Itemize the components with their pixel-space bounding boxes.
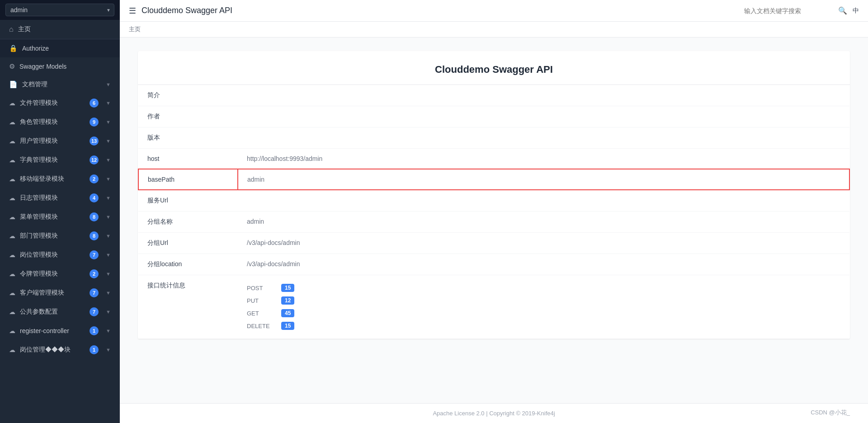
module-label: 部门管理模块 <box>20 232 85 240</box>
stats-row-put: PUT 12 <box>247 294 840 307</box>
cloud-icon: ☁ <box>9 308 15 315</box>
module-label: 字典管理模块 <box>20 156 85 164</box>
sidebar-swagger-label: Swagger Models <box>19 63 66 70</box>
cloud-icon: ☁ <box>9 251 15 258</box>
info-row-group-location: 分组location/v3/api-docs/admin <box>138 254 849 275</box>
cloud-icon: ☁ <box>9 289 15 296</box>
stats-method-label: PUT <box>247 297 274 304</box>
header-search: 🔍 <box>744 6 847 15</box>
cloud-icon: ☁ <box>9 327 15 334</box>
module-label: 用户管理模块 <box>20 137 85 145</box>
module-label: register-controller <box>20 327 85 334</box>
stats-badge-delete: 15 <box>281 322 294 330</box>
module-label: 令牌管理模块 <box>20 270 85 278</box>
sidebar-item-position2-module[interactable]: ☁ 岗位管理◆◆◆块 1 ▼ <box>0 340 120 359</box>
info-label-api-stats: 接口统计信息 <box>138 275 238 339</box>
chevron-down-icon: ▼ <box>106 328 111 334</box>
cloud-icon: ☁ <box>9 99 15 107</box>
module-label: 客户端管理模块 <box>20 289 85 297</box>
cloud-icon: ☁ <box>9 270 15 277</box>
header-title: Clouddemo Swagger API <box>142 6 739 15</box>
sidebar-item-user-module[interactable]: ☁ 用户管理模块 13 ▼ <box>0 132 120 150</box>
chevron-down-icon: ▼ <box>106 138 111 144</box>
chevron-down-icon: ▼ <box>106 82 111 87</box>
sidebar-item-swagger-models[interactable]: ⚙ Swagger Models <box>0 57 120 75</box>
sidebar-item-client-module[interactable]: ☁ 客户端管理模块 7 ▼ <box>0 283 120 302</box>
sidebar-item-mobile-module[interactable]: ☁ 移动端登录模块 2 ▼ <box>0 169 120 188</box>
chevron-down-icon: ▼ <box>106 347 111 352</box>
chevron-down-icon: ▼ <box>106 271 111 277</box>
cloud-icon: ☁ <box>9 194 15 202</box>
sidebar-item-home[interactable]: ⌂ 主页 <box>0 20 120 39</box>
sidebar-item-doc-manage[interactable]: 📄 文档管理 ▼ <box>0 75 120 94</box>
sidebar-item-dept-module[interactable]: ☁ 部门管理模块 8 ▼ <box>0 226 120 245</box>
chevron-down-icon: ▼ <box>106 176 111 182</box>
sidebar-item-menu-module[interactable]: ☁ 菜单管理模块 8 ▼ <box>0 207 120 226</box>
cloud-icon: ☁ <box>9 175 15 183</box>
module-label: 移动端登录模块 <box>20 175 85 183</box>
sidebar-select[interactable]: admin <box>5 4 114 16</box>
module-label: 文件管理模块 <box>20 99 85 107</box>
chevron-down-icon: ▼ <box>106 252 111 258</box>
sidebar-item-role-module[interactable]: ☁ 角色管理模块 9 ▼ <box>0 113 120 132</box>
footer-right-text: CSDN @小花_ <box>811 409 850 417</box>
sidebar-item-token-module[interactable]: ☁ 令牌管理模块 2 ▼ <box>0 264 120 283</box>
chevron-down-icon: ▼ <box>106 195 111 201</box>
sidebar-item-dict-module[interactable]: ☁ 字典管理模块 12 ▼ <box>0 150 120 169</box>
info-value-author <box>238 106 849 127</box>
module-badge: 2 <box>90 174 99 183</box>
module-label: 角色管理模块 <box>20 118 85 126</box>
module-badge: 7 <box>90 288 99 297</box>
sidebar-item-position-module[interactable]: ☁ 岗位管理模块 7 ▼ <box>0 245 120 264</box>
info-label-group-name: 分组名称 <box>138 212 238 233</box>
content-area: Clouddemo Swagger API 简介作者版本hosthttp://l… <box>120 38 868 403</box>
sidebar-item-file-module[interactable]: ☁ 文件管理模块 6 ▼ <box>0 94 120 113</box>
sidebar-item-register-controller[interactable]: ☁ register-controller 1 ▼ <box>0 321 120 340</box>
info-row-group-url: 分组Url/v3/api-docs/admin <box>138 233 849 254</box>
swagger-icon: ⚙ <box>9 62 15 70</box>
module-label: 岗位管理模块 <box>20 251 85 259</box>
stats-method-label: DELETE <box>247 323 274 329</box>
stats-row-get: GET 45 <box>247 307 840 320</box>
home-icon: ⌂ <box>9 25 14 33</box>
chevron-down-icon: ▼ <box>106 290 111 296</box>
stats-method-label: POST <box>247 285 274 291</box>
chevron-down-icon: ▼ <box>106 214 111 220</box>
info-label-host: host <box>138 149 238 169</box>
module-badge: 1 <box>90 345 99 354</box>
module-badge: 7 <box>90 250 99 259</box>
info-row-author: 作者 <box>138 106 849 127</box>
info-value-group-url: /v3/api-docs/admin <box>238 233 849 254</box>
search-input[interactable] <box>744 7 835 14</box>
info-row-service-url: 服务Url <box>138 190 849 212</box>
breadcrumb-bar: 主页 <box>120 22 868 38</box>
sidebar-top: admin <box>0 0 120 20</box>
sidebar-select-wrap[interactable]: admin <box>5 4 114 16</box>
breadcrumb-home[interactable]: 主页 <box>129 25 141 33</box>
cloud-icon: ☁ <box>9 346 15 353</box>
stats-method-label: GET <box>247 310 274 317</box>
main-area: ☰ Clouddemo Swagger API 🔍 中 主页 Clouddemo… <box>120 0 868 423</box>
info-row-group-name: 分组名称admin <box>138 212 849 233</box>
info-label-basepath: basePath <box>138 169 238 190</box>
cloud-icon: ☁ <box>9 232 15 240</box>
lang-toggle[interactable]: 中 <box>853 7 859 15</box>
sidebar-item-log-module[interactable]: ☁ 日志管理模块 4 ▼ <box>0 188 120 207</box>
search-icon[interactable]: 🔍 <box>838 6 847 15</box>
info-row-version: 版本 <box>138 127 849 149</box>
info-value-version <box>238 127 849 149</box>
info-label-version: 版本 <box>138 127 238 149</box>
sidebar-item-public-config[interactable]: ☁ 公共参数配置 7 ▼ <box>0 302 120 321</box>
sidebar-authorize-label: Authorize <box>22 45 49 52</box>
menu-icon[interactable]: ☰ <box>129 6 136 16</box>
module-badge: 8 <box>90 231 99 240</box>
info-row-intro: 简介 <box>138 85 849 106</box>
cloud-icon: ☁ <box>9 156 15 164</box>
sidebar-modules: ☁ 文件管理模块 6 ▼ ☁ 角色管理模块 9 ▼ ☁ 用户管理模块 13 ▼ … <box>0 94 120 359</box>
sidebar-item-authorize[interactable]: 🔒 Authorize <box>0 39 120 57</box>
sidebar-doc-label: 文档管理 <box>22 80 47 89</box>
module-label: 菜单管理模块 <box>20 213 85 221</box>
footer-text: Apache License 2.0 | Copyright © 2019-Kn… <box>433 410 555 417</box>
info-row-api-stats: 接口统计信息 POST 15 PUT 12 GET 45 DELETE 15 <box>138 275 849 339</box>
info-value-basepath: admin <box>238 169 849 190</box>
